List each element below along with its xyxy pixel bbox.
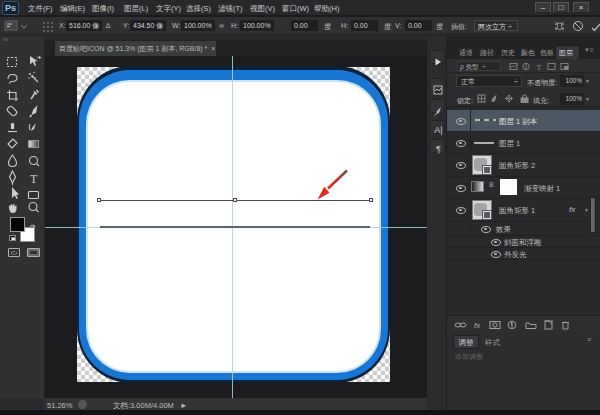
svg-text:T: T — [30, 172, 38, 186]
svg-text:fx: fx — [474, 321, 481, 330]
svg-text:T: T — [537, 63, 542, 72]
